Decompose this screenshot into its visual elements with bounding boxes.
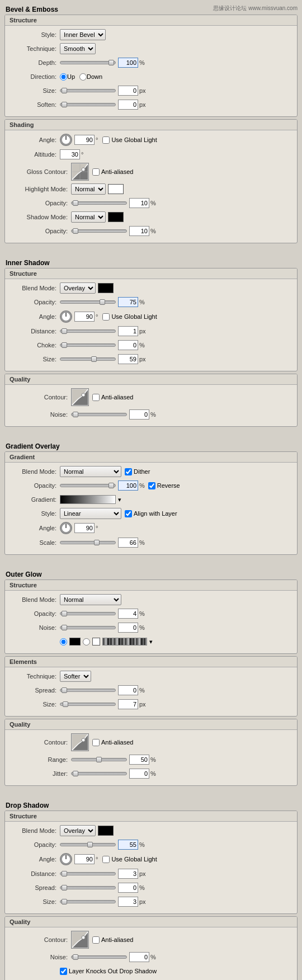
is-angle-input[interactable] <box>74 312 95 322</box>
highlight-opacity-input[interactable] <box>129 198 149 208</box>
ds-blend-mode-select[interactable]: Overlay <box>60 825 96 836</box>
style-select[interactable]: Inner Bevel <box>60 29 106 40</box>
og-blend-mode-select[interactable]: Normal <box>60 594 121 605</box>
soften-input[interactable] <box>118 100 138 110</box>
is-opacity-slider[interactable] <box>60 300 116 304</box>
svg-point-6 <box>82 168 85 171</box>
go-dither-checkbox[interactable] <box>125 468 132 475</box>
ds-blend-color-swatch[interactable] <box>98 826 114 836</box>
og-color-options: ▾ <box>60 638 153 646</box>
is-size-input[interactable] <box>118 354 138 364</box>
ds-noise-input[interactable] <box>129 952 149 962</box>
go-blend-mode-select[interactable]: Normal <box>60 466 121 477</box>
is-anti-aliased-checkbox[interactable] <box>92 394 100 401</box>
direction-up-radio[interactable] <box>60 73 67 81</box>
ds-spread-slider[interactable] <box>60 886 116 889</box>
depth-input[interactable] <box>118 58 138 68</box>
size-input[interactable] <box>118 86 138 96</box>
use-global-light-checkbox[interactable] <box>102 136 110 144</box>
highlight-opacity-slider[interactable] <box>71 201 127 205</box>
og-jitter-slider[interactable] <box>71 772 127 775</box>
og-gradient-dropdown[interactable]: ▾ <box>149 638 153 646</box>
og-color-swatch-black[interactable] <box>69 638 81 646</box>
is-blend-color-swatch[interactable] <box>98 283 114 293</box>
og-color-white-radio[interactable] <box>83 638 90 646</box>
is-noise-input[interactable] <box>129 409 149 420</box>
og-color-swatch-white[interactable] <box>92 638 100 646</box>
ds-size-slider[interactable] <box>60 900 116 903</box>
og-size-input[interactable] <box>118 699 138 709</box>
is-opacity-input[interactable] <box>118 297 138 307</box>
go-scale-input[interactable] <box>118 538 138 548</box>
depth-slider[interactable] <box>60 61 116 64</box>
ds-distance-slider[interactable] <box>60 872 116 875</box>
ds-opacity-slider[interactable] <box>60 843 116 846</box>
shading-angle-input[interactable] <box>74 135 95 145</box>
shadow-color-swatch[interactable] <box>108 212 124 222</box>
ds-layer-knocks-checkbox[interactable] <box>60 968 67 975</box>
og-spread-row: Spread: % <box>10 685 292 696</box>
is-blend-mode-select[interactable]: Overlay <box>60 282 96 294</box>
og-range-slider[interactable] <box>71 758 127 761</box>
shadow-opacity-input[interactable] <box>129 226 149 236</box>
is-size-slider[interactable] <box>60 357 116 361</box>
is-choke-slider[interactable] <box>60 343 116 347</box>
soften-slider[interactable] <box>60 103 116 106</box>
og-opacity-thumb <box>62 611 67 616</box>
og-opacity-slider[interactable] <box>60 612 116 615</box>
go-reverse-checkbox[interactable] <box>148 482 155 489</box>
og-range-input[interactable] <box>129 755 149 765</box>
ds-use-global-light-checkbox[interactable] <box>102 856 110 863</box>
go-angle-dial[interactable] <box>60 522 72 534</box>
go-scale-slider[interactable] <box>60 541 116 544</box>
anti-aliased-checkbox[interactable] <box>92 168 100 176</box>
is-contour-preview[interactable] <box>71 388 89 406</box>
ds-contour-preview[interactable] <box>71 931 89 949</box>
go-opacity-slider[interactable] <box>60 484 116 487</box>
technique-select[interactable]: Smooth <box>60 43 96 54</box>
direction-down-radio[interactable] <box>79 73 87 81</box>
gradient-preview[interactable] <box>60 495 116 504</box>
go-style-select[interactable]: Linear <box>60 508 121 519</box>
og-color-solid-radio[interactable] <box>60 638 67 646</box>
gradient-dropdown-arrow[interactable]: ▾ <box>118 496 121 503</box>
og-spread-input[interactable] <box>118 685 138 695</box>
highlight-color-swatch[interactable] <box>108 184 124 194</box>
og-noise-gradient-preview[interactable] <box>102 638 147 646</box>
is-distance-input[interactable] <box>118 326 138 336</box>
ds-angle-dial[interactable] <box>60 853 72 865</box>
og-spread-unit: % <box>139 687 145 694</box>
og-size-thumb <box>63 701 68 707</box>
ds-noise-slider[interactable] <box>71 955 127 959</box>
ds-spread-input[interactable] <box>118 883 138 893</box>
is-noise-slider[interactable] <box>71 413 127 416</box>
shadow-opacity-slider[interactable] <box>71 229 127 233</box>
ds-size-input[interactable] <box>118 897 138 907</box>
go-align-with-layer-checkbox[interactable] <box>125 510 132 517</box>
is-distance-slider[interactable] <box>60 329 116 333</box>
is-angle-dial[interactable] <box>60 310 72 323</box>
ds-distance-input[interactable] <box>118 869 138 879</box>
go-opacity-input[interactable] <box>118 480 138 491</box>
ds-angle-input[interactable] <box>74 854 95 864</box>
og-noise-slider[interactable] <box>60 626 116 629</box>
og-anti-aliased-checkbox[interactable] <box>92 739 100 746</box>
is-use-global-light-checkbox[interactable] <box>102 313 110 321</box>
highlight-mode-select[interactable]: Normal <box>71 183 106 195</box>
size-slider[interactable] <box>60 89 116 92</box>
ds-opacity-input[interactable] <box>118 840 138 850</box>
og-opacity-input[interactable] <box>118 609 138 619</box>
og-contour-preview[interactable] <box>71 733 89 751</box>
og-noise-input[interactable] <box>118 623 138 633</box>
ds-anti-aliased-checkbox[interactable] <box>92 936 100 944</box>
go-angle-input[interactable] <box>74 523 95 533</box>
og-size-slider[interactable] <box>60 703 116 706</box>
og-spread-slider[interactable] <box>60 689 116 692</box>
shadow-mode-select[interactable]: Normal <box>71 211 106 223</box>
altitude-input[interactable] <box>60 149 80 159</box>
is-choke-input[interactable] <box>118 340 138 350</box>
gloss-contour-preview[interactable] <box>71 163 89 181</box>
angle-dial[interactable] <box>60 134 72 146</box>
og-technique-select[interactable]: Softer <box>60 671 91 682</box>
og-jitter-input[interactable] <box>129 769 149 779</box>
